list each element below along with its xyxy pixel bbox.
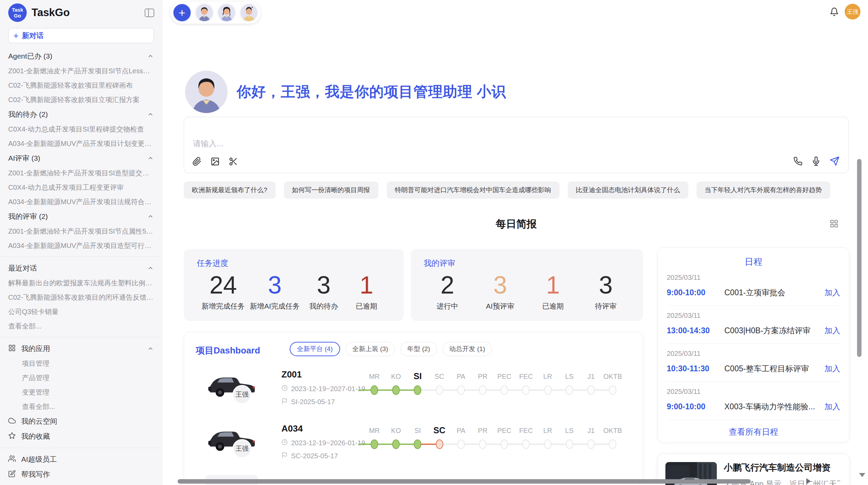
schedule-item: 2025/03/1110:30-11:30C005-整车工程目标评审加入: [667, 344, 840, 382]
grid-icon: [8, 344, 16, 353]
project-row: 王强A0342023-12-19~2026-01-19SC-2025-05-17…: [184, 422, 643, 476]
recent-chats-header[interactable]: 最近对话: [0, 261, 162, 276]
notification-bell-icon[interactable]: [830, 7, 839, 18]
chevron-up-icon: [147, 346, 154, 352]
mic-icon[interactable]: [811, 157, 821, 167]
schedule-item: 2025/03/119:00-10:00C001-立项审批会加入: [667, 268, 840, 306]
sidebar-item[interactable]: C0X4-动力总成开发项目工程变更评审: [0, 180, 162, 195]
recent-chat-item[interactable]: 公司Q3轻卡销量: [0, 304, 162, 319]
recent-chats-title: 最近对话: [8, 263, 37, 273]
sidebar-item[interactable]: Z001-全新燃油皮卡产品开发项目SI节点Lesson Learn报告: [0, 64, 162, 78]
app-item[interactable]: 变更管理: [0, 385, 162, 399]
suggestion-chip[interactable]: 如何写一份清晰的项目周报: [284, 182, 378, 199]
milestone-label: SC: [435, 373, 444, 381]
sidebar-section-header[interactable]: 我的评审 (2): [0, 209, 162, 224]
sidebar-item-cloud-space[interactable]: 我的云空间: [0, 414, 162, 429]
vertical-scrollbar[interactable]: [857, 159, 861, 357]
milestone-label: FEC: [519, 373, 533, 381]
suggestion-chip[interactable]: 比亚迪全固态电池计划具体说了什么: [568, 182, 688, 199]
dashboard-tab[interactable]: 全新上装 (3): [346, 342, 395, 356]
dashboard-tab[interactable]: 动总开发 (1): [443, 342, 492, 356]
sidebar-item[interactable]: C02-飞腾新能源轻客改款项目里程碑画布: [0, 78, 162, 92]
plus-icon: +: [13, 31, 19, 40]
schedule-date: 2025/03/11: [667, 350, 840, 358]
sidebar-item[interactable]: A034-全新新能源MUV产品开发项目造型可行性评审: [0, 238, 162, 253]
milestone-label: LS: [565, 373, 574, 381]
stat-value: 3: [493, 269, 507, 301]
agent-avatar-3[interactable]: [240, 3, 258, 22]
milestone-dot: [522, 385, 530, 395]
recent-chat-item[interactable]: C02-飞腾新能源轻客改款项目的闭环通告反馈情况: [0, 290, 162, 304]
scroll-right-arrow-icon[interactable]: [806, 478, 811, 484]
stat-label: 待评审: [595, 301, 617, 311]
sidebar-section-header[interactable]: Agent已办 (3): [0, 49, 162, 64]
sidebar-item[interactable]: A034-全新新能源MUV产品开发项目法规符合性评审: [0, 195, 162, 209]
user-avatar[interactable]: 王强: [845, 4, 860, 20]
milestone-dot: [544, 385, 552, 395]
milestone-label: LS: [565, 427, 574, 435]
chevron-up-icon: [147, 155, 154, 161]
divider: [0, 257, 162, 257]
stat-item: 3AI预评审: [481, 269, 519, 311]
stat-item: 3新增AI完成任务: [250, 269, 300, 311]
sidebar-item[interactable]: C02-飞腾新能源轻客改款项目立项汇报方案: [0, 92, 162, 107]
agent-avatar-1[interactable]: [195, 3, 214, 22]
view-all-link[interactable]: 查看全部...: [0, 399, 162, 414]
sidebar-item-favorites[interactable]: 我的收藏: [0, 429, 162, 444]
join-link[interactable]: 加入: [824, 325, 840, 336]
sidebar-item-帮我写作[interactable]: 帮我写作: [0, 467, 162, 482]
sidebar-item-创意制图[interactable]: 创意制图: [0, 482, 162, 485]
horizontal-scrollbar[interactable]: [178, 479, 751, 484]
dashboard-tab[interactable]: 全新平台 (4): [290, 342, 340, 356]
suggestion-chip[interactable]: 特朗普可能对进口汽车增税会对中国车企造成哪些影响: [387, 182, 559, 199]
news-title: 小鹏飞行汽车制造公司增资: [724, 462, 840, 473]
app-item[interactable]: 产品管理: [0, 371, 162, 385]
sidebar-item[interactable]: A034-全新新能源MUV产品开发项目计划变更表编写: [0, 136, 162, 151]
stat-label: 新增完成任务: [202, 301, 245, 311]
brief-layout-icon[interactable]: [830, 219, 839, 229]
sidebar-collapse-icon[interactable]: [145, 9, 154, 17]
milestone-dot: [392, 439, 400, 449]
agent-avatar-2[interactable]: [217, 3, 236, 22]
dates-text: 2023-12-19~2027-01-19: [291, 385, 365, 393]
sidebar-item-AI超级员工[interactable]: AI超级员工: [0, 452, 162, 467]
milestone-label: KO: [391, 373, 401, 381]
join-link[interactable]: 加入: [824, 287, 840, 298]
milestone-dot: [501, 439, 508, 449]
schedule-item: 2025/03/1113:00-14:30C003|H0B-方案冻结评审加入: [667, 306, 840, 344]
image-icon[interactable]: [210, 157, 220, 167]
app-item[interactable]: 项目管理: [0, 356, 162, 371]
add-agent-button[interactable]: +: [173, 3, 191, 22]
send-icon[interactable]: [830, 156, 840, 167]
recent-chat-item[interactable]: 解释最新出台的欧盟报废车法规再生塑料比例被调至15%...: [0, 276, 162, 290]
stat-value: 3: [599, 269, 613, 301]
stat-card-title: 任务进度: [197, 258, 390, 269]
sidebar-item[interactable]: Z001-全新燃油轻卡产品开发项目SI节点属性5D文件评审: [0, 224, 162, 238]
join-link[interactable]: 加入: [824, 401, 840, 412]
sidebar-item[interactable]: Z001-全新燃油轻卡产品开发项目SI造型提交物评审: [0, 166, 162, 180]
join-link[interactable]: 加入: [824, 363, 840, 374]
project-flag-date: SI-2025-05-17: [281, 398, 365, 406]
scroll-down-arrow-icon[interactable]: [859, 473, 865, 477]
users-icon: [8, 455, 16, 464]
sidebar-section-header[interactable]: AI评审 (3): [0, 151, 162, 166]
phone-icon[interactable]: [793, 157, 803, 167]
dashboard-tab[interactable]: 年型 (2): [400, 342, 437, 356]
attachment-icon[interactable]: [192, 157, 202, 167]
suggestion-chip[interactable]: 当下年轻人对汽车外观有怎样的喜好趋势: [697, 182, 830, 199]
view-all-schedule-link[interactable]: 查看所有日程: [667, 420, 840, 444]
new-chat-button[interactable]: + 新对话: [8, 28, 154, 43]
sidebar-item[interactable]: C0X4-动力总成开发项目SI里程碑提交物检查: [0, 122, 162, 136]
milestone-dot: [414, 439, 421, 449]
suggestion-chip[interactable]: 欧洲新规最近颁布了什么?: [184, 182, 276, 199]
my-apps-header[interactable]: 我的应用: [0, 341, 162, 356]
schedule-event-title: C005-整车工程目标评审: [724, 363, 820, 374]
sidebar-section-header[interactable]: 我的待办 (2): [0, 107, 162, 122]
stats-row: 任务进度24新增完成任务3新增AI完成任务3我的待办1已逾期我的评审2进行中3A…: [184, 249, 643, 321]
chat-composer[interactable]: 请输入...: [184, 117, 849, 173]
scissors-icon[interactable]: [229, 157, 238, 167]
dates-text: 2023-12-19~2026-01-19: [291, 439, 365, 447]
stat-value: 24: [209, 269, 237, 301]
stat-item: 3我的待办: [305, 269, 342, 311]
view-all-link[interactable]: 查看全部...: [0, 319, 162, 333]
